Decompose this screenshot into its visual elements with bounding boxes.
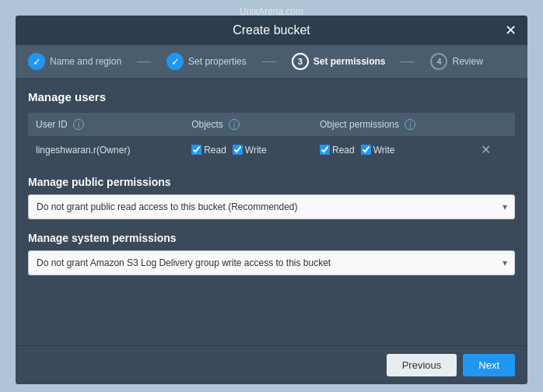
step-3-label: Set permissions [314,56,386,67]
manage-public-section: Manage public permissions Do not grant p… [28,176,515,219]
step-1-check: ✓ [33,56,41,68]
table-row: lingeshwaran.r(Owner) Read Write [28,136,515,163]
objects-read-checkbox[interactable] [191,145,201,155]
step-1: ✓ Name and region [28,53,121,70]
step-1-label: Name and region [50,56,121,67]
objects-write-text: Write [245,145,267,156]
manage-system-title: Manage system permissions [28,232,515,244]
objects-read-label[interactable]: Read [191,145,226,156]
perms-cell: Read Write [312,136,470,163]
previous-button[interactable]: Previous [387,354,457,376]
users-table: User ID i Objects i Object permissions i [28,113,515,163]
dialog-body: Manage users User ID i Objects i Object … [16,78,527,345]
step-1-circle: ✓ [28,53,45,70]
step-4-label: Review [452,56,482,67]
perms-read-label[interactable]: Read [320,145,355,156]
step-separator-2 [262,61,276,62]
perms-write-label[interactable]: Write [361,145,395,156]
wizard-steps: ✓ Name and region ✓ Set properties 3 Set… [16,45,527,78]
user-id-info-icon: i [73,119,84,130]
object-perms-info-icon: i [405,119,415,130]
step-2-circle: ✓ [166,53,184,70]
objects-write-label[interactable]: Write [233,145,267,156]
step-4: 4 Review [430,53,482,70]
step-4-circle: 4 [430,53,447,70]
perms-write-text: Write [373,145,395,156]
step-4-number: 4 [436,57,441,66]
perms-read-text: Read [332,145,355,156]
objects-write-checkbox[interactable] [233,145,243,155]
manage-system-section: Manage system permissions Do not grant A… [28,232,515,275]
step-3-number: 3 [298,57,303,66]
col-object-permissions: Object permissions i [312,113,470,136]
step-3: 3 Set permissions [292,53,386,70]
user-id-cell: lingeshwaran.r(Owner) [28,136,184,163]
dialog-header: Create bucket ✕ [16,16,527,45]
remove-cell: ✕ [470,136,515,163]
manage-public-title: Manage public permissions [28,176,515,188]
step-2-label: Set properties [188,56,247,67]
col-objects: Objects i [184,113,312,136]
step-separator-3 [401,61,415,62]
step-2-check: ✓ [171,56,180,68]
step-3-circle: 3 [292,53,309,70]
objects-cell: Read Write [184,136,312,163]
dialog-container: Create bucket ✕ ✓ Name and region ✓ Set … [16,16,527,384]
close-button[interactable]: ✕ [505,23,517,37]
objects-read-text: Read [204,145,226,156]
manage-users-title: Manage users [28,90,515,103]
remove-user-button[interactable]: ✕ [478,142,494,157]
public-permissions-dropdown-wrapper: Do not grant public read access to this … [28,194,515,219]
dialog-footer: Previous Next [16,345,527,384]
step-separator-1 [137,61,151,62]
col-actions [470,113,515,136]
step-2: ✓ Set properties [166,53,247,70]
next-button[interactable]: Next [463,354,515,376]
system-permissions-dropdown-wrapper: Do not grant Amazon S3 Log Delivery grou… [28,250,515,275]
objects-info-icon: i [229,119,240,130]
perms-write-checkbox[interactable] [361,145,371,155]
perms-read-checkbox[interactable] [320,145,330,155]
col-user-id: User ID i [28,113,184,136]
dialog-title: Create bucket [233,23,310,37]
public-permissions-dropdown[interactable]: Do not grant public read access to this … [28,194,515,219]
system-permissions-dropdown[interactable]: Do not grant Amazon S3 Log Delivery grou… [28,250,515,275]
